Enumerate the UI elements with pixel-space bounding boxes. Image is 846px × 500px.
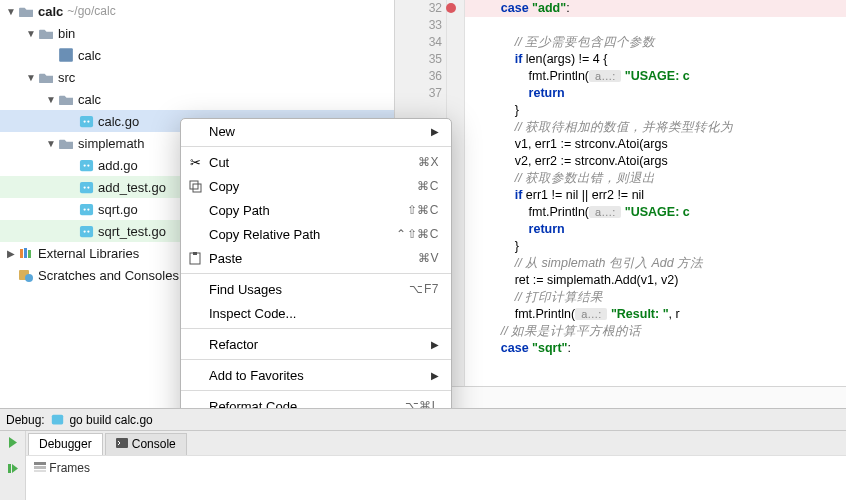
svg-point-2 [83,120,85,122]
svg-rect-16 [20,249,23,258]
folder-icon [38,69,54,85]
svg-point-14 [83,230,85,232]
svg-point-8 [83,186,85,188]
folder-icon [18,3,34,19]
chevron-right-icon: ▶ [431,370,439,381]
svg-rect-24 [193,252,197,255]
resume-button[interactable] [6,461,19,479]
debug-label: Debug: [6,413,45,427]
svg-point-6 [87,164,89,166]
svg-rect-21 [190,181,198,189]
svg-rect-17 [24,248,27,258]
console-icon [116,437,128,451]
svg-rect-13 [79,225,92,236]
rerun-button[interactable] [6,435,19,453]
scissors-icon: ✂ [187,154,203,170]
tree-folder-bin[interactable]: ▼bin [0,22,394,44]
debug-side-toolbar [0,431,26,500]
ctx-inspect-code[interactable]: Inspect Code... [181,301,451,325]
debug-panel: Debug: go build calc.go Debugger Console… [0,408,846,500]
tree-root-label: calc [38,4,63,19]
frames-icon [34,461,46,475]
svg-rect-22 [193,184,201,192]
svg-point-15 [87,230,89,232]
ctx-refactor[interactable]: Refactor▶ [181,332,451,356]
editor-pane: 32 33 34 35 36 37 case "add": // 至少需要包含四… [395,0,846,408]
ctx-copy-path[interactable]: Copy Path⇧⌘C [181,198,451,222]
debug-config-name: go build calc.go [69,413,152,427]
param-hint: a…: [575,308,607,320]
tree-exec-calc[interactable]: ▶calc [0,44,394,66]
svg-rect-1 [79,115,92,126]
svg-rect-29 [52,414,63,424]
go-file-icon [78,157,94,173]
ctx-find-usages[interactable]: Find Usages⌥F7 [181,277,451,301]
svg-rect-31 [116,438,128,448]
go-file-icon [78,201,94,217]
chevron-right-icon: ▶ [431,339,439,350]
tab-console[interactable]: Console [105,433,187,455]
svg-rect-0 [59,48,73,62]
ctx-copy[interactable]: Copy⌘C [181,174,451,198]
frames-header[interactable]: Frames [26,455,846,479]
folder-icon [58,135,74,151]
svg-rect-33 [34,466,46,469]
ctx-cut[interactable]: ✂Cut⌘X [181,150,451,174]
code-editor[interactable]: case "add": // 至少需要包含四个参数 if len(args) !… [465,0,846,386]
ctx-reformat-code[interactable]: Reformat Code⌥⌘L [181,394,451,408]
library-icon [18,246,34,260]
tab-debugger[interactable]: Debugger [28,433,103,455]
copy-icon [187,178,203,194]
go-file-icon [78,113,94,129]
svg-rect-4 [79,159,92,170]
svg-point-3 [87,120,89,122]
svg-rect-34 [34,470,46,472]
svg-point-20 [25,274,33,282]
ctx-paste[interactable]: Paste⌘V [181,246,451,270]
bug-icon [51,413,65,427]
chevron-right-icon: ▶ [431,126,439,137]
svg-point-5 [83,164,85,166]
scratch-icon [18,268,34,282]
tree-folder-calc[interactable]: ▼calc [0,88,394,110]
ctx-new[interactable]: New▶ [181,119,451,143]
param-hint: a…: [589,206,621,218]
binary-icon [58,47,74,63]
svg-rect-18 [28,250,31,258]
tree-root-path: ~/go/calc [67,4,115,18]
svg-rect-7 [79,181,92,192]
go-file-icon [78,223,94,239]
svg-rect-10 [79,203,92,214]
param-hint: a…: [589,70,621,82]
ctx-add-favorites[interactable]: Add to Favorites▶ [181,363,451,387]
svg-point-11 [83,208,85,210]
clipboard-icon [187,250,203,266]
go-file-icon [78,179,94,195]
svg-point-12 [87,208,89,210]
tree-root[interactable]: ▼ calc ~/go/calc [0,0,394,22]
folder-icon [58,91,74,107]
breadcrumb[interactable]: main() [395,386,846,408]
svg-point-9 [87,186,89,188]
folder-icon [38,25,54,41]
tree-folder-src[interactable]: ▼src [0,66,394,88]
svg-rect-32 [34,462,46,465]
breakpoint-icon[interactable] [446,3,456,13]
svg-rect-30 [8,464,11,473]
ctx-copy-relative-path[interactable]: Copy Relative Path⌃⇧⌘C [181,222,451,246]
context-menu: New▶ ✂Cut⌘X Copy⌘C Copy Path⇧⌘C Copy Rel… [180,118,452,408]
